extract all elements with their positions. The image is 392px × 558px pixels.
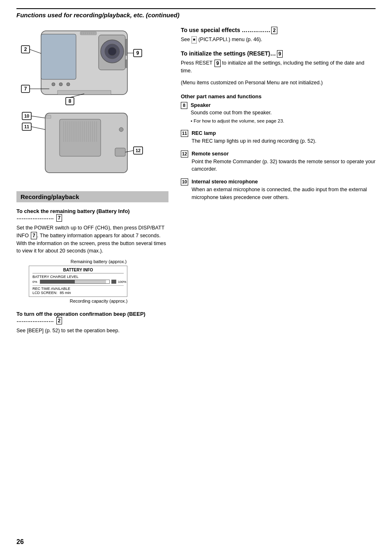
list-item: 10 Internal stereo microphone When an ex… xyxy=(181,178,376,201)
rec-time-label: REC TIME AVAILABLE xyxy=(32,285,124,291)
list-item: 12 Remote sensor Point the Remote Comman… xyxy=(181,150,376,173)
special-effects-heading: To use special effects ……………2 xyxy=(181,27,376,34)
svg-point-3 xyxy=(59,83,62,86)
svg-line-59 xyxy=(31,127,45,130)
list-item: 8 Speaker Sounds come out from the speak… xyxy=(181,102,376,125)
part-name-speaker: Speaker xyxy=(191,102,376,109)
svg-rect-9 xyxy=(125,39,127,56)
page-number: 26 xyxy=(16,538,24,546)
beep-body-text: See [BEEP] (p. 52) to set the operation … xyxy=(16,327,168,335)
svg-rect-53 xyxy=(46,115,51,118)
part-body-reclamp: The REC lamp lights up in red during rec… xyxy=(191,137,376,145)
part-desc-remote: Remote sensor Point the Remote Commander… xyxy=(191,150,376,173)
svg-rect-52 xyxy=(115,148,125,156)
beep-num-label: 2 xyxy=(56,317,62,324)
battery-bar-fill xyxy=(40,280,75,283)
part-desc-reclamp: REC lamp The REC lamp lights up in red d… xyxy=(191,130,376,145)
page-title: Functions used for recording/playback, e… xyxy=(16,12,180,19)
part-body-speaker: Sounds come out from the speaker. xyxy=(191,109,376,117)
recording-section-bar: Recording/playback xyxy=(16,191,168,202)
svg-point-4 xyxy=(67,83,70,86)
pct-0: 0% xyxy=(32,280,38,284)
speaker-bullet: For how to adjust the volume, see page 2… xyxy=(191,118,376,125)
part-name-mic: Internal stereo microphone xyxy=(191,178,376,186)
svg-text:8: 8 xyxy=(69,98,71,104)
part-desc-speaker: Speaker Sounds come out from the speaker… xyxy=(191,102,376,125)
battery-label-bottom: Recording capacity (approx.) xyxy=(29,299,168,303)
right-column: To use special effects ……………2 See ■ (PIC… xyxy=(181,27,376,339)
svg-text:9: 9 xyxy=(136,50,139,56)
battery-box: BATTERY INFO BATTERY CHARGE LEVEL 0% 100… xyxy=(29,266,127,297)
svg-rect-11 xyxy=(80,32,97,35)
svg-line-56 xyxy=(31,116,45,118)
parts-list: 8 Speaker Sounds come out from the speak… xyxy=(181,102,376,201)
battery-bar-track xyxy=(40,280,110,284)
special-effects-section: To use special effects ……………2 See ■ (PIC… xyxy=(181,27,376,44)
part-name-remote: Remote sensor xyxy=(191,150,376,158)
main-layout: 2 9 7 8 xyxy=(16,27,376,339)
initialize-num: 9 xyxy=(277,50,283,58)
svg-text:2: 2 xyxy=(24,46,27,52)
initialize-section: To initialize the settings (RESET)…9 Pre… xyxy=(181,50,376,87)
camera-diagram: 2 9 7 8 xyxy=(16,27,156,183)
battery-bar-row: 0% 100% xyxy=(32,280,124,284)
part-num-10: 10 xyxy=(181,178,188,185)
part-body-remote: Point the Remote Commander (p. 32) towar… xyxy=(191,158,376,174)
battery-body-num: 7 xyxy=(31,232,37,239)
other-parts-heading: Other part names and functions xyxy=(181,93,376,100)
battery-bar-end xyxy=(111,280,116,284)
svg-rect-10 xyxy=(125,60,127,68)
special-effects-body: See ■ (PICT.APPLI.) menu (p. 46). xyxy=(181,36,376,44)
svg-text:12: 12 xyxy=(136,148,141,153)
battery-check-heading: To check the remaining battery (Battery … xyxy=(16,208,168,222)
svg-text:7: 7 xyxy=(24,86,27,92)
part-num-11: 11 xyxy=(181,130,188,137)
initialize-heading: To initialize the settings (RESET)…9 xyxy=(181,50,376,58)
svg-point-2 xyxy=(52,83,55,86)
initialize-body-num: 9 xyxy=(214,60,221,67)
svg-rect-1 xyxy=(41,34,76,79)
initialize-body: Press RESET 9 to initialize all the sett… xyxy=(181,59,376,75)
beep-heading: To turn off the operation confirmation b… xyxy=(16,311,168,324)
part-num-12: 12 xyxy=(181,150,188,157)
other-parts-section: Other part names and functions 8 Speaker… xyxy=(181,93,376,201)
special-effects-num: 2 xyxy=(271,27,277,34)
part-name-reclamp: REC lamp xyxy=(191,130,376,137)
battery-title: BATTERY INFO xyxy=(32,268,124,273)
battery-num-label: 7 xyxy=(56,214,62,222)
initialize-body2: (Menu items customized on Personal Menu … xyxy=(181,79,376,87)
left-column: 2 9 7 8 xyxy=(16,27,168,339)
battery-bar-empty xyxy=(75,280,106,283)
pct-100: 100% xyxy=(118,280,124,284)
svg-line-22 xyxy=(30,49,41,53)
battery-body-text: Set the POWER switch up to OFF (CHG), th… xyxy=(16,224,168,255)
pict-appli-icon: ■ xyxy=(191,36,197,44)
page-container: Functions used for recording/playback, e… xyxy=(0,0,392,558)
svg-point-51 xyxy=(119,127,123,132)
battery-charge-label: BATTERY CHARGE LEVEL xyxy=(32,275,124,279)
svg-text:10: 10 xyxy=(24,113,29,118)
battery-label-top: Remaining battery (approx.) xyxy=(29,259,168,264)
part-desc-mic: Internal stereo microphone When an exter… xyxy=(191,178,376,201)
battery-lcd-row: LCD SCREEN: 85 min xyxy=(32,291,124,295)
battery-diagram: Remaining battery (approx.) BATTERY INFO… xyxy=(29,259,168,303)
part-body-mic: When an external microphone is connected… xyxy=(191,186,376,201)
beep-section: To turn off the operation confirmation b… xyxy=(16,311,168,335)
part-num-8: 8 xyxy=(181,102,187,109)
page-header: Functions used for recording/playback, e… xyxy=(16,8,376,19)
svg-point-8 xyxy=(108,47,116,56)
svg-text:11: 11 xyxy=(24,124,29,129)
list-item: 11 REC lamp The REC lamp lights up in re… xyxy=(181,130,376,145)
